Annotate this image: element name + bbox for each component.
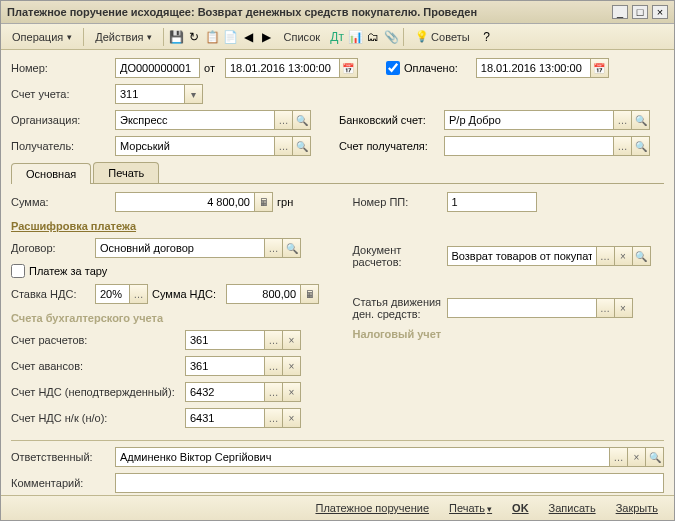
doc-select-icon[interactable]: … [597, 246, 615, 266]
doc-label: Документ расчетов: [353, 244, 443, 268]
acc-adv-label: Счет авансов: [11, 360, 181, 372]
contract-label: Договор: [11, 242, 91, 254]
resp-clear-icon[interactable]: × [628, 447, 646, 467]
resp-label: Ответственный: [11, 451, 111, 463]
acc-calc-select-icon[interactable]: … [265, 330, 283, 350]
acc-vat2-select-icon[interactable]: … [265, 408, 283, 428]
tab-main[interactable]: Основная [11, 163, 91, 184]
acc-adv-input[interactable] [185, 356, 265, 376]
date1-picker-icon[interactable]: 📅 [340, 58, 358, 78]
recip-acc-input[interactable] [444, 136, 614, 156]
vat-sum-input[interactable] [226, 284, 301, 304]
acc-vat2-label: Счет НДС н/к (н/о): [11, 412, 181, 424]
help-icon[interactable]: ? [479, 29, 495, 45]
save-icon[interactable]: 💾 [168, 29, 184, 45]
tax-title: Налоговый учет [353, 328, 665, 340]
doc-search-icon[interactable]: 🔍 [633, 246, 651, 266]
account-dd-icon[interactable]: ▾ [185, 84, 203, 104]
account-label: Счет учета: [11, 88, 111, 100]
contract-search-icon[interactable]: 🔍 [283, 238, 301, 258]
comment-label: Комментарий: [11, 477, 111, 489]
paid-checkbox[interactable]: Оплачено: [386, 61, 458, 75]
refresh-icon[interactable]: ↻ [186, 29, 202, 45]
actions-menu[interactable]: Действия [88, 28, 159, 46]
advice-button[interactable]: 💡Советы [408, 27, 476, 46]
operation-menu[interactable]: Операция [5, 28, 79, 46]
number-input[interactable] [115, 58, 200, 78]
minimize-button[interactable]: _ [612, 5, 628, 19]
resp-select-icon[interactable]: … [610, 447, 628, 467]
doc-input[interactable] [447, 246, 597, 266]
sum-calc-icon[interactable]: 🖩 [255, 192, 273, 212]
acc-vat1-input[interactable] [185, 382, 265, 402]
resp-search-icon[interactable]: 🔍 [646, 447, 664, 467]
close-button[interactable]: × [652, 5, 668, 19]
close-footer-button[interactable]: Закрыть [608, 500, 666, 516]
acc-vat1-clear-icon[interactable]: × [283, 382, 301, 402]
recip-acc-select-icon[interactable]: … [614, 136, 632, 156]
dtkt-icon[interactable]: Дт [329, 29, 345, 45]
tare-checkbox[interactable]: Платеж за тару [11, 264, 323, 278]
flow-input[interactable] [447, 298, 597, 318]
vat-rate-input[interactable] [95, 284, 130, 304]
contract-select-icon[interactable]: … [265, 238, 283, 258]
advice-icon: 💡 [415, 30, 429, 43]
tab-print[interactable]: Печать [93, 162, 159, 183]
maximize-button[interactable]: □ [632, 5, 648, 19]
vat-sum-calc-icon[interactable]: 🖩 [301, 284, 319, 304]
org-search-icon[interactable]: 🔍 [293, 110, 311, 130]
date2-picker-icon[interactable]: 📅 [591, 58, 609, 78]
print-button[interactable]: Печать [441, 500, 500, 516]
pp-input[interactable] [447, 192, 537, 212]
report-icon[interactable]: 📊 [347, 29, 363, 45]
recipient-input[interactable] [115, 136, 275, 156]
save-button[interactable]: Записать [541, 500, 604, 516]
pp-label: Номер ПП: [353, 196, 443, 208]
recip-acc-label: Счет получателя: [339, 140, 434, 152]
list-button[interactable]: Список [276, 28, 327, 46]
struct-icon[interactable]: 🗂 [365, 29, 381, 45]
basis-icon[interactable]: 📄 [222, 29, 238, 45]
flow-select-icon[interactable]: … [597, 298, 615, 318]
ok-button[interactable]: OK [504, 500, 537, 516]
recipient-select-icon[interactable]: … [275, 136, 293, 156]
account-input[interactable] [115, 84, 185, 104]
bank-label: Банковский счет: [339, 114, 434, 126]
acc-calc-clear-icon[interactable]: × [283, 330, 301, 350]
doc-clear-icon[interactable]: × [615, 246, 633, 266]
number-label: Номер: [11, 62, 111, 74]
acc-calc-input[interactable] [185, 330, 265, 350]
decode-title: Расшифровка платежа [11, 220, 323, 232]
bank-input[interactable] [444, 110, 614, 130]
recip-acc-search-icon[interactable]: 🔍 [632, 136, 650, 156]
acc-calc-label: Счет расчетов: [11, 334, 181, 346]
date2-input[interactable] [476, 58, 591, 78]
org-select-icon[interactable]: … [275, 110, 293, 130]
vat-rate-label: Ставка НДС: [11, 288, 91, 300]
date1-input[interactable] [225, 58, 340, 78]
flow-clear-icon[interactable]: × [615, 298, 633, 318]
payorder-button[interactable]: Платежное поручение [307, 500, 437, 516]
acc-vat1-select-icon[interactable]: … [265, 382, 283, 402]
vat-sum-label: Сумма НДС: [152, 288, 216, 300]
org-input[interactable] [115, 110, 275, 130]
nav-fwd-icon[interactable]: ▶ [258, 29, 274, 45]
attach-icon[interactable]: 📎 [383, 29, 399, 45]
post-icon[interactable]: 📋 [204, 29, 220, 45]
contract-input[interactable] [95, 238, 265, 258]
bank-select-icon[interactable]: … [614, 110, 632, 130]
vat-rate-select-icon[interactable]: … [130, 284, 148, 304]
acc-adv-select-icon[interactable]: … [265, 356, 283, 376]
acc-vat2-clear-icon[interactable]: × [283, 408, 301, 428]
acc-adv-clear-icon[interactable]: × [283, 356, 301, 376]
acc-vat1-label: Счет НДС (неподтвержденный): [11, 386, 181, 398]
bank-search-icon[interactable]: 🔍 [632, 110, 650, 130]
recipient-search-icon[interactable]: 🔍 [293, 136, 311, 156]
nav-back-icon[interactable]: ◀ [240, 29, 256, 45]
comment-input[interactable] [115, 473, 664, 493]
sum-input[interactable] [115, 192, 255, 212]
resp-input[interactable] [115, 447, 610, 467]
acc-title: Счета бухгалтерского учета [11, 312, 323, 324]
acc-vat2-input[interactable] [185, 408, 265, 428]
sum-label: Сумма: [11, 196, 111, 208]
